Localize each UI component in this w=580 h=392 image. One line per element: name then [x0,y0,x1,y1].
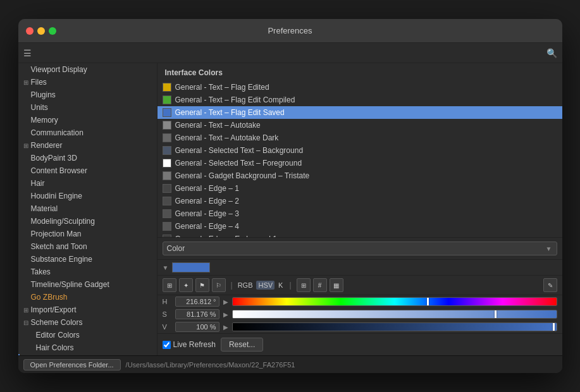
sidebar-item-label: Renderer [31,141,63,150]
sidebar-item-modeling-sculpting[interactable]: Modeling/Sculpting [18,215,157,228]
val-slider-track[interactable] [232,322,557,331]
sidebar-item-label: Sketch and Toon [31,242,87,251]
sidebar-item-label: Plugins [31,90,56,99]
grid-left-icon[interactable]: ⊞ [163,278,176,292]
color-label: General - Selected Text – Foreground [175,159,302,168]
menu-icon[interactable]: ☰ [23,48,32,58]
maximize-button[interactable] [49,27,56,35]
sidebar-item-sketch-and-toon[interactable]: Sketch and Toon [18,240,157,253]
sidebar-item-bodypaint-3d[interactable]: BodyPaint 3D [18,152,157,164]
val-label: V [163,323,171,331]
sidebar-item-hair[interactable]: Hair [18,177,157,190]
grid-icon[interactable]: ⊞ [297,278,311,292]
sidebar-item-timeline-spline-gadget[interactable]: Timeline/Spline Gadget [18,278,157,291]
content-area: Interface Colors General - Text – Flag E… [157,63,562,355]
toolbar: ☰ 🔍 [18,43,562,63]
color-swatch [163,108,171,117]
color-row-flag-saved[interactable]: General - Text – Flag Edit Saved [157,106,562,119]
color-preview-swatch[interactable] [172,262,210,273]
hue-label: H [163,298,171,305]
color-label: General - Selected Text – Background [175,146,304,155]
sidebar-item-label: Go ZBrush [31,293,68,302]
sidebar-item-files[interactable]: ⊞ Files [18,76,157,89]
color-label: General - Gadget Background – Tristate [175,171,310,180]
sidebar-item-material[interactable]: Material [18,202,157,215]
color-row-selected-fg[interactable]: General - Selected Text – Foreground [157,157,562,169]
statusbar: Open Preferences Folder... /Users/lasse/… [18,355,562,373]
actions-row: Live Refresh Reset... [157,333,562,355]
bottom-panel: Color ▼ ▼ ⊞ ✦ ⚑ ⚐ | RGB [157,237,562,355]
sat-gradient [233,310,557,318]
sidebar-item-communication[interactable]: Communication [18,126,157,139]
hue-arrow-icon[interactable]: ▶ [223,298,228,305]
color-row-edge-3[interactable]: General - Edge – 3 [157,207,562,220]
color-label: General - Edge – 1 [175,184,239,193]
color-row-selected-bg[interactable]: General - Selected Text – Background [157,144,562,157]
val-arrow-icon[interactable]: ▶ [223,324,228,331]
color-row-edge-4[interactable]: General - Edge – 4 [157,220,562,233]
hash-icon[interactable]: # [313,278,327,292]
sidebar-item-houdini-engine[interactable]: Houdini Engine [18,190,157,202]
color-row-flag-compiled[interactable]: General - Text – Flag Edit Compiled [157,94,562,106]
sat-value-input[interactable] [175,309,219,319]
hue-slider-row: H ▶ [157,295,562,308]
sidebar-item-label: Hair Colors [36,343,74,352]
sidebar-item-substance-engine[interactable]: Substance Engine [18,253,157,266]
sidebar-item-editor-colors[interactable]: Editor Colors [18,329,157,341]
k-mode-btn[interactable]: K [278,281,283,289]
search-icon[interactable]: 🔍 [546,48,557,58]
color-preview-row: ▼ [157,260,562,276]
color-type-select[interactable]: Color [163,242,557,255]
val-slider-row: V ▶ [157,321,562,333]
sat-arrow-icon[interactable]: ▶ [223,311,228,318]
sidebar-item-renderer[interactable]: ⊞ Renderer [18,139,157,152]
eyedropper-icon[interactable]: ✎ [543,278,557,292]
table-icon[interactable]: ▦ [330,278,343,292]
sidebar-item-viewport-display[interactable]: Viewport Display [18,63,157,76]
sun-icon[interactable]: ✦ [179,278,193,292]
sidebar-item-takes[interactable]: Takes [18,266,157,278]
sidebar-item-content-browser[interactable]: Content Browser [18,164,157,177]
sidebar-item-hair-colors[interactable]: Hair Colors [18,341,157,354]
sidebar-item-memory[interactable]: Memory [18,114,157,126]
color-type-dropdown[interactable]: Color ▼ [163,242,557,255]
sat-slider-track[interactable] [232,310,557,319]
minimize-button[interactable] [37,27,45,35]
hue-slider-track[interactable] [232,297,557,306]
color-swatch [163,146,171,155]
color-row-edge-1[interactable]: General - Edge – 1 [157,182,562,195]
color-row-autotake-dark[interactable]: General - Text – Autotake Dark [157,132,562,144]
left-arrow-icon[interactable]: ▼ [163,264,169,271]
color-row-edge-embossed-1[interactable]: General - Edge – Embossed 1 [157,233,562,237]
close-button[interactable] [26,27,34,35]
sidebar-item-import-export[interactable]: ⊞ Import/Export [18,303,157,316]
bookmark-icon[interactable]: ⚑ [195,278,209,292]
rgb-mode-btn[interactable]: RGB [238,281,253,289]
sidebar-item-units[interactable]: Units [18,101,157,114]
sidebar-item-label: Houdini Engine [31,192,82,200]
sidebar-item-interface-colors[interactable]: Interface Colors [18,354,157,355]
color-row-autotake[interactable]: General - Text – Autotake [157,119,562,132]
open-preferences-folder-button[interactable]: Open Preferences Folder... [23,359,121,371]
sidebar-item-plugins[interactable]: Plugins [18,89,157,101]
sidebar-item-label: Projection Man [31,230,82,238]
live-refresh-checkbox-label[interactable]: Live Refresh [163,340,216,349]
flag-icon[interactable]: ⚐ [212,278,226,292]
sidebar-item-projection-man[interactable]: Projection Man [18,228,157,240]
color-row-flag-edited[interactable]: General - Text – Flag Edited [157,81,562,94]
val-value-input[interactable] [175,322,219,332]
sidebar: Viewport Display ⊞ Files Plugins Units M… [18,63,157,355]
sidebar-item-scheme-colors[interactable]: ⊟ Scheme Colors [18,316,157,329]
sidebar-item-go-zbrush[interactable]: Go ZBrush [18,291,157,303]
live-refresh-checkbox[interactable] [163,341,171,349]
hsv-mode-btn[interactable]: HSV [256,281,275,290]
color-swatch [163,171,171,180]
color-label: General - Text – Flag Edit Compiled [175,95,295,104]
reset-button[interactable]: Reset... [221,338,263,352]
expand-icon: ⊟ [23,319,28,326]
color-list[interactable]: General - Text – Flag Edited General - T… [157,81,562,237]
hue-value-input[interactable] [175,297,219,307]
color-row-edge-2[interactable]: General - Edge – 2 [157,195,562,207]
color-row-gadget-tristate[interactable]: General - Gadget Background – Tristate [157,169,562,182]
color-swatch [163,222,171,231]
